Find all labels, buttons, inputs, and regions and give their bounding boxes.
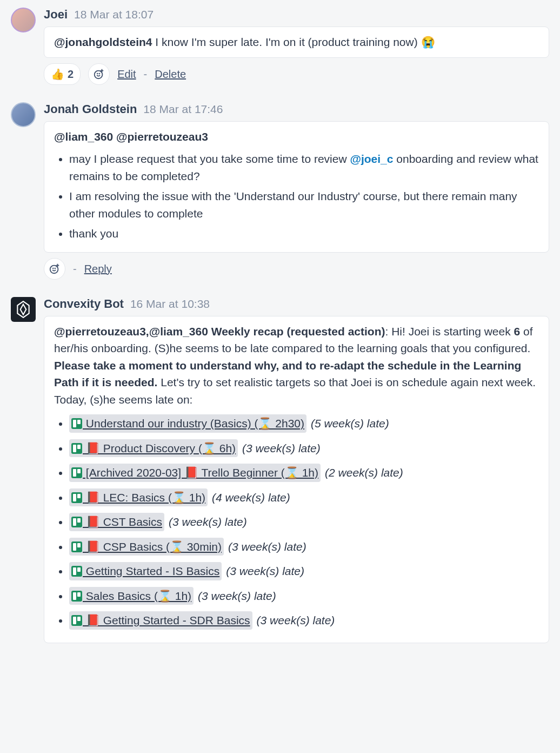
- late-text: (3 week(s) late): [228, 540, 306, 553]
- trello-icon: [71, 418, 82, 429]
- message-joei: Joei 18 Mar at 18:07 @jonahgoldstein4 I …: [11, 5, 549, 85]
- timestamp: 18 Mar at 17:46: [143, 101, 223, 118]
- late-text: (2 week(s) late): [325, 466, 403, 479]
- late-text: (3 week(s) late): [257, 614, 335, 626]
- mention[interactable]: @liam_360: [54, 130, 113, 143]
- trello-icon: [71, 467, 82, 478]
- avatar[interactable]: [11, 297, 36, 322]
- late-text: (3 week(s) late): [169, 516, 247, 528]
- message-jonah: Jonah Goldstein 18 Mar at 17:46 @liam_36…: [11, 100, 549, 280]
- reply-link[interactable]: Reply: [84, 261, 112, 277]
- mention[interactable]: @jonahgoldstein4: [54, 36, 152, 48]
- svg-point-0: [95, 70, 103, 78]
- message-body: @jonahgoldstein4 I know I'm super late. …: [44, 27, 549, 58]
- list-item: Sales Basics (⌛ 1h) (3 week(s) late): [69, 587, 539, 605]
- reaction-pill[interactable]: 👍 2: [44, 63, 81, 85]
- course-link[interactable]: 📕 CSP Basics (⌛ 30min): [69, 538, 224, 556]
- message-body: @liam_360 @pierretouzeau3 may I please r…: [44, 121, 549, 253]
- message-header: Convexity Bot 16 Mar at 10:38: [44, 295, 549, 313]
- message-text: I know I'm super late. I'm on it (produc…: [152, 36, 435, 48]
- author-name[interactable]: Jonah Goldstein: [44, 100, 137, 118]
- week-number: 6: [514, 325, 521, 338]
- list-item: 📕 Product Discovery (⌛ 6h) (3 week(s) la…: [69, 439, 539, 458]
- list-item: 📕 Getting Started - SDR Basics (3 week(s…: [69, 611, 539, 630]
- course-link[interactable]: Getting Started - IS Basics: [69, 562, 222, 580]
- mention[interactable]: @pierretouzeau3,@liam_360: [54, 325, 208, 338]
- late-text: (3 week(s) late): [242, 442, 321, 454]
- late-text: (3 week(s) late): [198, 590, 276, 602]
- course-link[interactable]: Sales Basics (⌛ 1h): [69, 587, 194, 605]
- list-item: 📕 CST Basics (3 week(s) late): [69, 513, 539, 531]
- trello-icon: [71, 591, 82, 602]
- bullet-list: may I please request that you take some …: [54, 150, 539, 242]
- add-reaction-button[interactable]: [88, 63, 110, 85]
- svg-point-4: [53, 268, 54, 268]
- timestamp: 18 Mar at 18:07: [74, 6, 154, 23]
- separator: -: [73, 261, 77, 277]
- course-link[interactable]: 📕 LEC: Basics (⌛ 1h): [69, 488, 208, 507]
- reaction-emoji: 👍: [51, 66, 64, 82]
- course-link[interactable]: [Archived 2020-03] 📕 Trello Beginner (⌛ …: [69, 464, 321, 482]
- bot-icon: [16, 301, 31, 318]
- mention[interactable]: @pierretouzeau3: [116, 130, 208, 143]
- svg-point-1: [97, 73, 98, 74]
- reaction-count: 2: [68, 66, 74, 82]
- avatar[interactable]: [11, 8, 36, 32]
- course-link[interactable]: 📕 Getting Started - SDR Basics: [69, 611, 252, 630]
- mention[interactable]: @joei_c: [350, 153, 393, 165]
- trello-icon: [71, 492, 82, 503]
- list-item: [Archived 2020-03] 📕 Trello Beginner (⌛ …: [69, 464, 539, 482]
- smile-plus-icon: [93, 68, 105, 80]
- message-actions: 👍 2 Edit - Delete: [44, 63, 549, 85]
- trello-icon: [71, 615, 82, 626]
- message-actions: - Reply: [44, 258, 549, 280]
- list-item: 📕 CSP Basics (⌛ 30min) (3 week(s) late): [69, 538, 539, 556]
- trello-icon: [71, 541, 82, 552]
- svg-point-2: [99, 73, 100, 74]
- message-header: Joei 18 Mar at 18:07: [44, 5, 549, 23]
- list-item: thank you: [69, 225, 539, 242]
- message-body: @pierretouzeau3,@liam_360 Weekly recap (…: [44, 316, 549, 643]
- trello-icon: [71, 443, 82, 454]
- late-courses-list: Understand our industry (Basics) (⌛ 2h30…: [54, 414, 539, 630]
- course-link[interactable]: 📕 CST Basics: [69, 513, 164, 531]
- late-text: (5 week(s) late): [311, 417, 389, 430]
- list-item: Getting Started - IS Basics (3 week(s) l…: [69, 562, 539, 580]
- message-header: Jonah Goldstein 18 Mar at 17:46: [44, 100, 549, 118]
- avatar[interactable]: [11, 102, 36, 127]
- edit-link[interactable]: Edit: [117, 66, 136, 82]
- separator: -: [144, 66, 148, 82]
- smile-plus-icon: [49, 263, 61, 275]
- trello-icon: [71, 566, 82, 577]
- author-name[interactable]: Joei: [44, 5, 68, 23]
- delete-link[interactable]: Delete: [155, 66, 186, 82]
- list-item: Understand our industry (Basics) (⌛ 2h30…: [69, 414, 539, 433]
- add-reaction-button[interactable]: [44, 258, 65, 280]
- late-text: (4 week(s) late): [212, 491, 290, 504]
- list-item: 📕 LEC: Basics (⌛ 1h) (4 week(s) late): [69, 488, 539, 507]
- list-item: may I please request that you take some …: [69, 150, 539, 184]
- list-item: I am resolving the issue with the 'Under…: [69, 188, 539, 222]
- course-link[interactable]: Understand our industry (Basics) (⌛ 2h30…: [69, 414, 306, 433]
- course-link[interactable]: 📕 Product Discovery (⌛ 6h): [69, 439, 238, 458]
- late-text: (3 week(s) late): [226, 565, 304, 577]
- recap-title: Weekly recap (requested action): [208, 325, 385, 338]
- message-bot: Convexity Bot 16 Mar at 10:38 @pierretou…: [11, 295, 549, 643]
- timestamp: 16 Mar at 10:38: [130, 295, 210, 313]
- svg-point-5: [55, 268, 55, 268]
- trello-icon: [71, 517, 82, 527]
- svg-point-3: [50, 265, 58, 273]
- author-name[interactable]: Convexity Bot: [44, 295, 124, 313]
